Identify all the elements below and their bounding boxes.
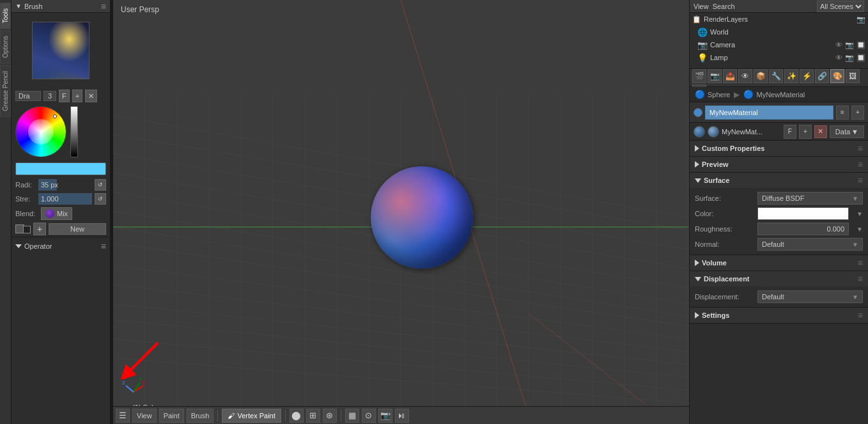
brush-remove-button[interactable]: ✕ — [85, 90, 97, 102]
strength-reset-icon[interactable]: ↺ — [95, 193, 106, 205]
prop-particles-icon[interactable]: ✨ — [784, 69, 798, 83]
custom-properties-section: Custom Properties ≡ — [690, 141, 868, 157]
surface-header[interactable]: Surface ≡ — [690, 173, 868, 188]
displacement-options[interactable]: ≡ — [858, 274, 863, 284]
surface-options[interactable]: ≡ — [858, 175, 863, 185]
outliner-item-camera[interactable]: 📷 Camera 👁 📷 🔲 — [690, 38, 868, 51]
color-label: Color: — [695, 210, 752, 217]
view-menu[interactable]: View — [132, 409, 157, 423]
radius-field[interactable]: 35 px — [38, 179, 92, 191]
material-name-input[interactable] — [705, 106, 833, 120]
mat-data-dropdown[interactable]: Data ▼ — [830, 125, 864, 138]
volume-options[interactable]: ≡ — [858, 258, 863, 268]
mat-flag-btn[interactable]: F — [784, 125, 796, 139]
properties-panel: 🎬 📷 📤 👁 📦 🔧 ✨ ⚡ 🔗 🎨 🖼 🌐 🔵 Sphere ▶ 🔵 MyN… — [690, 69, 868, 424]
left-panel: ▼ Brush ≡ F + ✕ Radi: 35 px ↺ — [12, 0, 111, 424]
brush-name-input[interactable] — [15, 91, 41, 101]
prop-output-icon[interactable]: 📤 — [723, 69, 737, 83]
add-color-button[interactable]: + — [33, 223, 46, 235]
brightness-slider[interactable] — [70, 106, 78, 157]
view-menu-icon[interactable]: View — [694, 3, 709, 10]
prop-constraints-icon[interactable]: 🔗 — [815, 69, 829, 83]
background-color[interactable] — [23, 226, 31, 233]
outliner-item-world[interactable]: 🌐 World — [690, 26, 868, 38]
operator-options-icon[interactable]: ≡ — [101, 241, 106, 251]
viewport-render-icon[interactable]: 📷 — [378, 409, 392, 423]
displacement-value: Default — [762, 293, 784, 301]
prop-scene-icon[interactable]: 🎬 — [692, 69, 706, 83]
preview-options[interactable]: ≡ — [858, 159, 863, 169]
viewport-grid-icon[interactable]: ▦ — [345, 409, 359, 423]
prop-render-icon[interactable]: 📷 — [708, 69, 722, 83]
lamp-cam-icon[interactable]: 📷 — [845, 54, 854, 62]
prop-physics-icon[interactable]: ⚡ — [800, 69, 814, 83]
camera-cam-icon[interactable]: 📷 — [845, 41, 854, 49]
custom-properties-options[interactable]: ≡ — [858, 143, 863, 153]
viewport-texture-icon[interactable]: ⊞ — [306, 409, 320, 423]
new-brush-button[interactable]: New — [49, 223, 106, 235]
outliner-item-lamp[interactable]: 💡 Lamp 👁 📷 🔲 — [690, 51, 868, 64]
mat-dropdown-arrow: ▼ — [851, 128, 858, 136]
normal-value-field[interactable]: Default ▼ — [757, 238, 863, 251]
viewport-anim-icon[interactable]: ⏯ — [395, 409, 409, 423]
radius-reset-icon[interactable]: ↺ — [95, 179, 106, 191]
grease-pencil-tab[interactable]: Grease Pencil — [0, 65, 11, 117]
operator-header[interactable]: Operator ≡ — [15, 240, 106, 253]
viewport-overlay-icon[interactable]: ⊛ — [323, 409, 337, 423]
displacement-value-field[interactable]: Default ▼ — [757, 290, 863, 303]
camera-eye-icon[interactable]: 👁 — [835, 41, 842, 49]
prop-view-icon[interactable]: 👁 — [738, 69, 752, 83]
prop-texture-icon[interactable]: 🖼 — [846, 69, 860, 83]
svg-line-34 — [529, 313, 644, 403]
separator-2 — [285, 410, 286, 421]
prop-object-icon[interactable]: 📦 — [754, 69, 768, 83]
viewport-circle-icon[interactable]: ⬤ — [290, 409, 304, 423]
lamp-render-icon[interactable]: 🔲 — [856, 54, 865, 62]
outliner-item-renderlayers[interactable]: 📋 RenderLayers 📷 — [690, 13, 868, 26]
volume-header[interactable]: Volume ≡ — [690, 255, 868, 271]
viewport-snap-icon[interactable]: ⊙ — [362, 409, 376, 423]
arrow-indicator — [116, 333, 167, 386]
custom-properties-header[interactable]: Custom Properties ≡ — [690, 141, 868, 156]
brush-add-button[interactable]: + — [72, 90, 82, 102]
brush-number-input[interactable] — [43, 91, 56, 101]
displacement-header[interactable]: Displacement ≡ — [690, 271, 868, 287]
paint-menu[interactable]: Paint — [159, 409, 184, 423]
material-add-btn[interactable]: + — [851, 106, 864, 120]
material-selector: ≡ + — [690, 102, 868, 123]
breadcrumb-sphere[interactable]: 🔵 Sphere — [695, 90, 730, 99]
breadcrumb-material[interactable]: 🔵 MyNewMaterial — [743, 90, 805, 99]
search-menu-icon[interactable]: Search — [713, 3, 735, 10]
properties-content[interactable]: Custom Properties ≡ Preview ≡ Surface ≡ — [690, 141, 868, 424]
vertex-paint-mode-button[interactable]: 🖌 Vertex Paint — [222, 409, 281, 423]
surface-value-field[interactable]: Diffuse BSDF ▼ — [757, 192, 863, 205]
color-swatch-bar[interactable] — [15, 162, 106, 175]
blend-row: Blend: Mix — [12, 206, 110, 221]
strength-field[interactable]: 1.000 — [38, 193, 92, 205]
tools-tab[interactable]: Tools — [0, 3, 11, 29]
mat-pin-btn[interactable]: + — [799, 125, 812, 139]
viewport-menu-icon[interactable]: ☰ — [116, 409, 130, 423]
color-value[interactable] — [757, 207, 849, 220]
renderlayers-render-icon[interactable]: 📷 — [856, 15, 865, 24]
lamp-eye-icon[interactable]: 👁 — [835, 54, 842, 62]
scenes-dropdown[interactable]: All Scenes — [817, 1, 864, 12]
panel-options-icon[interactable]: ≡ — [101, 1, 106, 12]
brush-f-button[interactable]: F — [59, 90, 70, 102]
prop-material-icon[interactable]: 🎨 — [830, 69, 844, 83]
blend-dropdown[interactable]: Mix — [41, 207, 72, 220]
options-tab[interactable]: Options — [0, 30, 11, 63]
camera-render-icon[interactable]: 🔲 — [856, 41, 865, 49]
main-viewport[interactable]: User Persp — [113, 0, 689, 424]
settings-header[interactable]: Settings ≡ — [690, 308, 868, 323]
prop-modifier-icon[interactable]: 🔧 — [769, 69, 783, 83]
brush-menu[interactable]: Brush — [187, 409, 214, 423]
preview-header[interactable]: Preview ≡ — [690, 157, 868, 172]
settings-options[interactable]: ≡ — [858, 310, 863, 320]
color-wheel[interactable] — [15, 106, 66, 157]
surface-title: Surface — [704, 177, 729, 184]
material-link-btn[interactable]: ≡ — [836, 106, 849, 120]
surface-arrow: ▼ — [852, 195, 858, 202]
mat-remove-btn[interactable]: ✕ — [814, 125, 827, 138]
roughness-slider[interactable]: 0.000 — [757, 223, 849, 235]
